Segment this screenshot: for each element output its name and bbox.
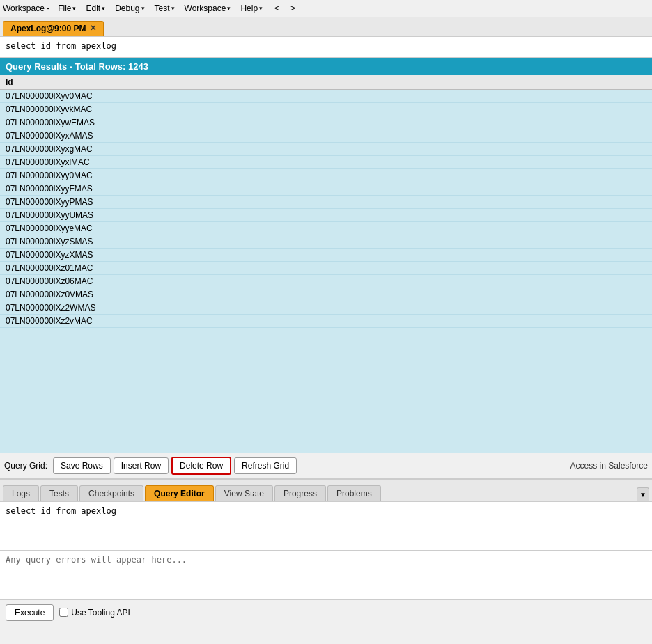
table-row[interactable]: 07LN000000lXyxAMAS xyxy=(0,129,652,143)
table-cell-id: 07LN000000lXyvkMAC xyxy=(0,103,652,116)
table-cell-id: 07LN000000lXyxgMAC xyxy=(0,143,652,156)
query-grid-toolbar: Query Grid: Save Rows Insert Row Delete … xyxy=(0,453,652,479)
query-text: select id from apexlog xyxy=(6,41,116,51)
table-cell-id: 07LN000000lXyv0MAC xyxy=(0,90,652,103)
table-row[interactable]: 07LN000000lXyyFMAS xyxy=(0,182,652,196)
tab-view-state[interactable]: View State xyxy=(215,485,273,501)
table-row[interactable]: 07LN000000lXyzXMAS xyxy=(0,249,652,262)
tab-dropdown-arrow[interactable]: ▼ xyxy=(637,487,649,501)
tab-query-editor[interactable]: Query Editor xyxy=(145,485,214,501)
delete-row-button[interactable]: Delete Row xyxy=(171,457,231,475)
menu-file[interactable]: File ▾ xyxy=(54,2,80,15)
refresh-grid-button[interactable]: Refresh Grid xyxy=(234,457,297,474)
query-display: select id from apexlog xyxy=(0,37,652,58)
table-cell-id: 07LN000000lXyxlMAC xyxy=(0,156,652,169)
table-cell-id: 07LN000000lXz0VMAS xyxy=(0,288,652,301)
tab-checkpoints[interactable]: Checkpoints xyxy=(79,485,143,501)
active-tab[interactable]: ApexLog@9:00 PM ✕ xyxy=(3,21,104,36)
tab-close-icon[interactable]: ✕ xyxy=(90,24,96,33)
table-row[interactable]: 07LN000000lXyy0MAC xyxy=(0,169,652,182)
table-row[interactable]: 07LN000000lXyvkMAC xyxy=(0,103,652,116)
table-cell-id: 07LN000000lXyzXMAS xyxy=(0,249,652,262)
table-row[interactable]: 07LN000000lXyyPMAS xyxy=(0,196,652,209)
tab-tests[interactable]: Tests xyxy=(40,485,78,501)
tab-progress[interactable]: Progress xyxy=(274,485,326,501)
tab-bar: ApexLog@9:00 PM ✕ xyxy=(0,17,652,37)
menu-title: Workspace - xyxy=(3,3,49,13)
menu-bar: Workspace - File ▾ Edit ▾ Debug ▾ Test ▾… xyxy=(0,0,652,17)
table-row[interactable]: 07LN000000lXz0VMAS xyxy=(0,288,652,301)
error-placeholder: Any query errors will appear here... xyxy=(6,555,187,565)
editor-content: select id from apexlog xyxy=(6,506,116,516)
results-tbody: 07LN000000lXyv0MAC07LN000000lXyvkMAC07LN… xyxy=(0,90,652,328)
table-row[interactable]: 07LN000000lXyv0MAC xyxy=(0,90,652,103)
results-container[interactable]: Id 07LN000000lXyv0MAC07LN000000lXyvkMAC0… xyxy=(0,75,652,453)
table-cell-id: 07LN000000lXyzSMAS xyxy=(0,235,652,249)
table-row[interactable]: 07LN000000lXz2WMAS xyxy=(0,301,652,315)
table-row[interactable]: 07LN000000lXyxlMAC xyxy=(0,156,652,169)
menu-help[interactable]: Help ▾ xyxy=(236,2,267,15)
results-header: Query Results - Total Rows: 1243 xyxy=(0,58,652,75)
table-row[interactable]: 07LN000000lXz2vMAC xyxy=(0,315,652,328)
table-row[interactable]: 07LN000000lXyyUMAS xyxy=(0,209,652,222)
tooling-api-checkbox[interactable] xyxy=(59,608,68,617)
tab-logs[interactable]: Logs xyxy=(3,485,39,501)
table-row[interactable]: 07LN000000lXz06MAC xyxy=(0,275,652,288)
tab-problems[interactable]: Problems xyxy=(327,485,381,501)
table-row[interactable]: 07LN000000lXyyeMAC xyxy=(0,222,652,235)
table-row[interactable]: 07LN000000lXyxgMAC xyxy=(0,143,652,156)
nav-back[interactable]: < xyxy=(271,2,283,15)
nav-forward[interactable]: > xyxy=(287,2,299,15)
table-cell-id: 07LN000000lXywEMAS xyxy=(0,116,652,129)
execute-bar: Execute Use Tooling API xyxy=(0,599,652,625)
error-area: Any query errors will appear here... xyxy=(0,551,652,599)
column-header-id: Id xyxy=(0,75,652,90)
menu-debug[interactable]: Debug ▾ xyxy=(111,2,148,15)
access-salesforce-link[interactable]: Access in Salesforce xyxy=(570,461,648,471)
table-cell-id: 07LN000000lXyyPMAS xyxy=(0,196,652,209)
table-cell-id: 07LN000000lXyxAMAS xyxy=(0,129,652,143)
table-row[interactable]: 07LN000000lXywEMAS xyxy=(0,116,652,129)
table-row[interactable]: 07LN000000lXyzSMAS xyxy=(0,235,652,249)
table-cell-id: 07LN000000lXyyFMAS xyxy=(0,182,652,196)
table-cell-id: 07LN000000lXz2WMAS xyxy=(0,301,652,315)
table-cell-id: 07LN000000lXz06MAC xyxy=(0,275,652,288)
query-grid-label: Query Grid: xyxy=(4,461,47,471)
table-cell-id: 07LN000000lXyyUMAS xyxy=(0,209,652,222)
save-rows-button[interactable]: Save Rows xyxy=(53,457,111,474)
table-cell-id: 07LN000000lXz01MAC xyxy=(0,262,652,275)
menu-workspace[interactable]: Workspace ▾ xyxy=(180,2,235,15)
bottom-tab-bar: Logs Tests Checkpoints Query Editor View… xyxy=(0,480,652,502)
editor-area[interactable]: select id from apexlog xyxy=(0,502,652,551)
table-cell-id: 07LN000000lXyy0MAC xyxy=(0,169,652,182)
active-tab-label: ApexLog@9:00 PM xyxy=(10,24,86,33)
insert-row-button[interactable]: Insert Row xyxy=(114,457,169,474)
menu-test[interactable]: Test ▾ xyxy=(150,2,179,15)
results-header-text: Query Results - Total Rows: 1243 xyxy=(6,61,148,72)
menu-edit[interactable]: Edit ▾ xyxy=(82,2,109,15)
bottom-panel: Logs Tests Checkpoints Query Editor View… xyxy=(0,479,652,625)
execute-button[interactable]: Execute xyxy=(6,604,54,621)
table-row[interactable]: 07LN000000lXz01MAC xyxy=(0,262,652,275)
table-cell-id: 07LN000000lXyyeMAC xyxy=(0,222,652,235)
tooling-api-text: Use Tooling API xyxy=(71,608,130,618)
results-table: Id 07LN000000lXyv0MAC07LN000000lXyvkMAC0… xyxy=(0,75,652,328)
tooling-api-label[interactable]: Use Tooling API xyxy=(59,608,130,618)
table-cell-id: 07LN000000lXz2vMAC xyxy=(0,315,652,328)
